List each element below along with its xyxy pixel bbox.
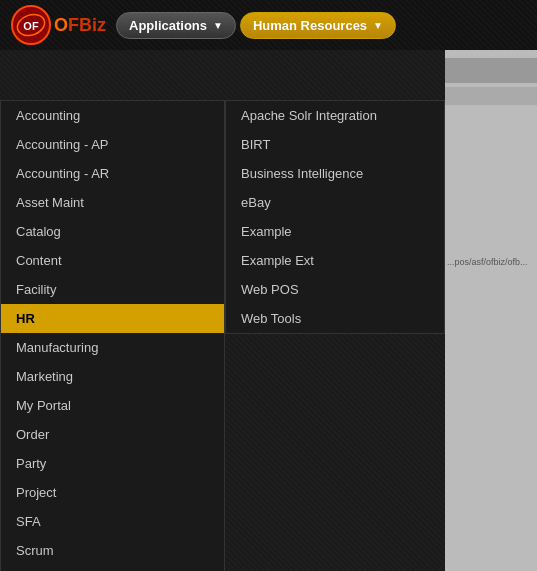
apps-dropdown-item-accounting[interactable]: Accounting bbox=[1, 101, 224, 130]
apps-dropdown-item-scrum[interactable]: Scrum bbox=[1, 536, 224, 565]
apps-dropdown-item-party[interactable]: Party bbox=[1, 449, 224, 478]
apps-dropdown-item-marketing[interactable]: Marketing bbox=[1, 362, 224, 391]
human-resources-label: Human Resources bbox=[253, 18, 367, 33]
hr-dropdown-item-example[interactable]: Example bbox=[226, 217, 444, 246]
hr-dropdown-item-web-tools[interactable]: Web Tools bbox=[226, 304, 444, 333]
human-resources-arrow-icon: ▼ bbox=[373, 20, 383, 31]
hr-dropdown-item-business-intelligence[interactable]: Business Intelligence bbox=[226, 159, 444, 188]
applications-button[interactable]: Applications ▼ bbox=[116, 12, 236, 39]
hr-dropdown-item-ebay[interactable]: eBay bbox=[226, 188, 444, 217]
apps-dropdown-item-project[interactable]: Project bbox=[1, 478, 224, 507]
content-bar-1 bbox=[445, 58, 537, 83]
apps-dropdown-item-catalog[interactable]: Catalog bbox=[1, 217, 224, 246]
applications-arrow-icon: ▼ bbox=[213, 20, 223, 31]
hr-dropdown-item-birt[interactable]: BIRT bbox=[226, 130, 444, 159]
main-content: ...pos/asf/ofbiz/ofb... bbox=[445, 50, 537, 571]
content-bar-2 bbox=[445, 87, 537, 105]
apps-dropdown-item-content[interactable]: Content bbox=[1, 246, 224, 275]
apps-dropdown-item-work-effort[interactable]: Work Effort bbox=[1, 565, 224, 571]
logo: OF OFBiz bbox=[10, 4, 106, 46]
apps-dropdown-item-facility[interactable]: Facility bbox=[1, 275, 224, 304]
hr-dropdown-item-web-pos[interactable]: Web POS bbox=[226, 275, 444, 304]
hr-dropdown-item-apache-solr-integration[interactable]: Apache Solr Integration bbox=[226, 101, 444, 130]
applications-label: Applications bbox=[129, 18, 207, 33]
navbar: Applications ▼ Human Resources ▼ bbox=[116, 12, 396, 39]
hr-dropdown: Apache Solr IntegrationBIRTBusiness Inte… bbox=[225, 100, 445, 334]
logo-text: OFBiz bbox=[54, 15, 106, 36]
apps-dropdown-item-order[interactable]: Order bbox=[1, 420, 224, 449]
url-snippet: ...pos/asf/ofbiz/ofb... bbox=[445, 255, 537, 269]
human-resources-button[interactable]: Human Resources ▼ bbox=[240, 12, 396, 39]
page-body: AccountingAccounting - APAccounting - AR… bbox=[0, 50, 537, 571]
apps-dropdown-item-accounting---ar[interactable]: Accounting - AR bbox=[1, 159, 224, 188]
hr-dropdown-item-example-ext[interactable]: Example Ext bbox=[226, 246, 444, 275]
apps-dropdown-item-accounting---ap[interactable]: Accounting - AP bbox=[1, 130, 224, 159]
apps-dropdown-item-my-portal[interactable]: My Portal bbox=[1, 391, 224, 420]
apps-dropdown-item-hr[interactable]: HR bbox=[1, 304, 224, 333]
apps-dropdown-item-manufacturing[interactable]: Manufacturing bbox=[1, 333, 224, 362]
apps-dropdown-item-sfa[interactable]: SFA bbox=[1, 507, 224, 536]
svg-text:OF: OF bbox=[23, 20, 39, 32]
ofbiz-logo-icon: OF bbox=[10, 4, 52, 46]
applications-dropdown: AccountingAccounting - APAccounting - AR… bbox=[0, 100, 225, 571]
apps-dropdown-item-asset-maint[interactable]: Asset Maint bbox=[1, 188, 224, 217]
header: OF OFBiz Applications ▼ Human Resources … bbox=[0, 0, 537, 50]
